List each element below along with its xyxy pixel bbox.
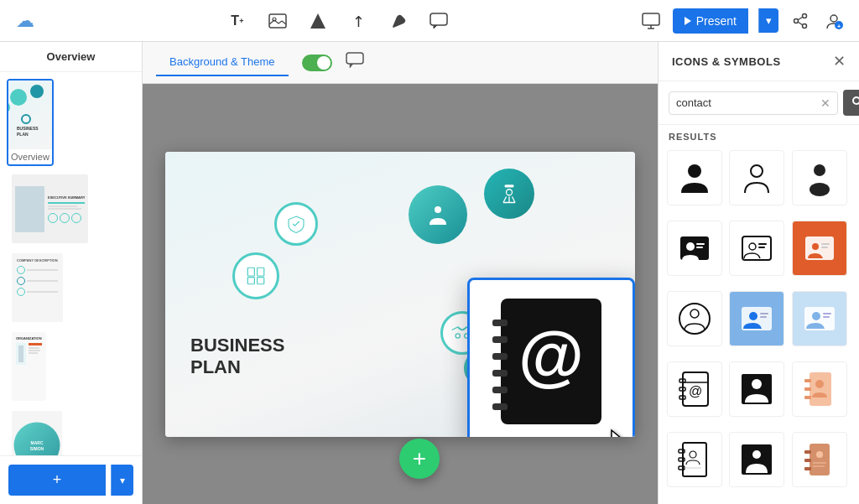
arrow-tool[interactable]: ↗ (341, 4, 375, 38)
theme-toggle[interactable] (302, 55, 332, 71)
slide-canvas: BUSINESS PLAN (143, 84, 658, 504)
icon-contact-card-solid[interactable] (667, 221, 722, 276)
icons-panel: ICONS & SYMBOLS ✕ ✕ RESULTS (658, 42, 859, 504)
svg-point-93 (816, 451, 823, 458)
svg-line-21 (513, 196, 516, 202)
present-label: Present (696, 14, 737, 28)
icon-contact-book-2[interactable] (792, 432, 847, 487)
add-icon-fab[interactable]: + (399, 439, 440, 479)
svg-text:@: @ (518, 318, 584, 392)
svg-marker-2 (310, 13, 325, 29)
slide-item-4[interactable]: MARCSIMON (10, 409, 64, 455)
slide-wrapper-1: 1 EXECUTIVE SUMMARY (7, 173, 135, 252)
icon-address-book[interactable] (667, 432, 722, 487)
fab-plus-label: + (413, 445, 426, 472)
slide-wrapper-4: 4 MARCSIMON (7, 409, 135, 455)
shape-tool[interactable] (306, 9, 330, 33)
svg-point-28 (456, 333, 460, 337)
svg-marker-39 (612, 430, 627, 437)
icon-person-black-solid[interactable] (729, 361, 784, 417)
icons-panel-title: ICONS & SYMBOLS (672, 55, 781, 68)
svg-point-80 (815, 380, 824, 388)
toolbar-right: Present ▾ + (639, 8, 846, 34)
slide-item-3[interactable]: ORGANIZATION (10, 330, 48, 403)
svg-rect-78 (804, 387, 811, 391)
svg-rect-52 (758, 243, 767, 245)
toolbar-center: T+ ↗ (50, 9, 626, 33)
main-toolbar: ☁ T+ ↗ Present ▾ + (0, 0, 859, 42)
circle-top (409, 185, 467, 244)
svg-rect-77 (804, 379, 811, 382)
add-slide-dropdown[interactable]: ▾ (111, 465, 133, 496)
svg-point-51 (749, 243, 756, 250)
toggle-knob (317, 56, 331, 70)
icon-person-card-light-blue[interactable] (792, 291, 847, 346)
svg-rect-66 (823, 313, 831, 314)
icon-contact-book-colored[interactable] (792, 361, 847, 417)
monitor-icon[interactable] (639, 9, 663, 33)
image-tool[interactable] (266, 9, 289, 33)
slide-wrapper-0: BUSINESSPLAN Overview (7, 79, 135, 173)
svg-rect-91 (804, 459, 811, 462)
icons-panel-header: ICONS & SYMBOLS ✕ (659, 42, 859, 81)
svg-rect-32 (492, 320, 508, 326)
drag-icon-overlay: @ (467, 278, 635, 437)
svg-rect-37 (492, 403, 508, 410)
svg-rect-67 (823, 316, 830, 318)
svg-point-44 (814, 164, 825, 176)
svg-point-55 (812, 243, 819, 250)
icon-person-card-blue[interactable] (729, 291, 784, 346)
svg-point-16 (435, 206, 441, 213)
toolbar-left: ☁ (13, 9, 37, 33)
svg-point-59 (690, 309, 699, 318)
svg-point-12 (830, 15, 837, 22)
svg-rect-79 (804, 396, 811, 399)
icon-person-outline[interactable] (729, 150, 784, 205)
search-button[interactable] (843, 90, 859, 116)
svg-point-42 (688, 164, 701, 178)
icons-panel-close-button[interactable]: ✕ (833, 52, 846, 70)
app-logo[interactable]: ☁ (13, 9, 37, 33)
comment-icon[interactable] (346, 52, 364, 73)
add-slide-button[interactable]: + (8, 465, 106, 496)
pen-tool[interactable] (387, 9, 410, 33)
text-tool[interactable]: T+ (226, 9, 249, 33)
slide-wrapper-3: 3 ORGANIZATION (7, 330, 135, 409)
background-theme-tab[interactable]: Background & Theme (156, 49, 289, 76)
title-line-1: BUSINESS (190, 335, 284, 356)
comment-tool[interactable] (427, 9, 450, 33)
svg-rect-24 (247, 268, 254, 276)
circle-left (232, 252, 279, 299)
search-clear-button[interactable]: ✕ (820, 96, 830, 110)
editor-toolbar: Background & Theme (143, 42, 658, 84)
slide-item-0[interactable]: BUSINESSPLAN Overview (7, 79, 54, 166)
svg-rect-15 (346, 53, 363, 64)
search-input[interactable] (676, 96, 817, 109)
svg-rect-89 (810, 444, 830, 475)
svg-point-47 (686, 242, 695, 251)
circle-shield (274, 202, 318, 246)
slide-item-2[interactable]: COMPANY DESCRIPTION (10, 252, 65, 324)
svg-rect-34 (492, 353, 508, 360)
svg-rect-90 (804, 450, 811, 454)
present-button[interactable]: Present (673, 8, 748, 34)
svg-point-8 (803, 23, 807, 28)
slide-thumb-3: ORGANIZATION (12, 332, 46, 401)
svg-text:@: @ (689, 384, 702, 398)
icon-contact-card-orange[interactable] (792, 221, 847, 276)
present-dropdown-button[interactable]: ▾ (758, 8, 778, 33)
slides-panel-header: Overview (0, 42, 142, 72)
icon-person-silhouette-2[interactable] (729, 432, 784, 487)
svg-point-65 (812, 312, 820, 320)
svg-rect-81 (683, 443, 706, 476)
user-icon[interactable]: + (822, 9, 846, 33)
icon-person-circle[interactable] (667, 291, 722, 346)
slide-content: BUSINESS PLAN (165, 152, 635, 437)
icon-person-silhouette-dark[interactable] (792, 150, 847, 205)
share-icon[interactable] (789, 9, 812, 33)
slide-item-1[interactable]: EXECUTIVE SUMMARY (10, 173, 90, 245)
icon-person-solid-1[interactable] (667, 150, 722, 205)
svg-point-7 (803, 13, 807, 18)
icon-contact-book-at[interactable]: @ (667, 361, 722, 417)
icon-contact-card-outline[interactable] (729, 221, 784, 276)
